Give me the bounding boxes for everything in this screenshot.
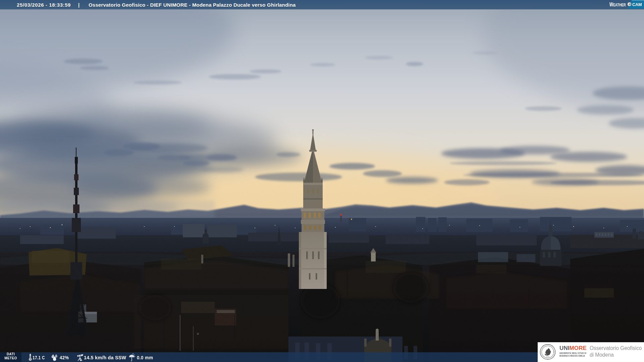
svg-text:1175: 1175	[546, 356, 549, 358]
